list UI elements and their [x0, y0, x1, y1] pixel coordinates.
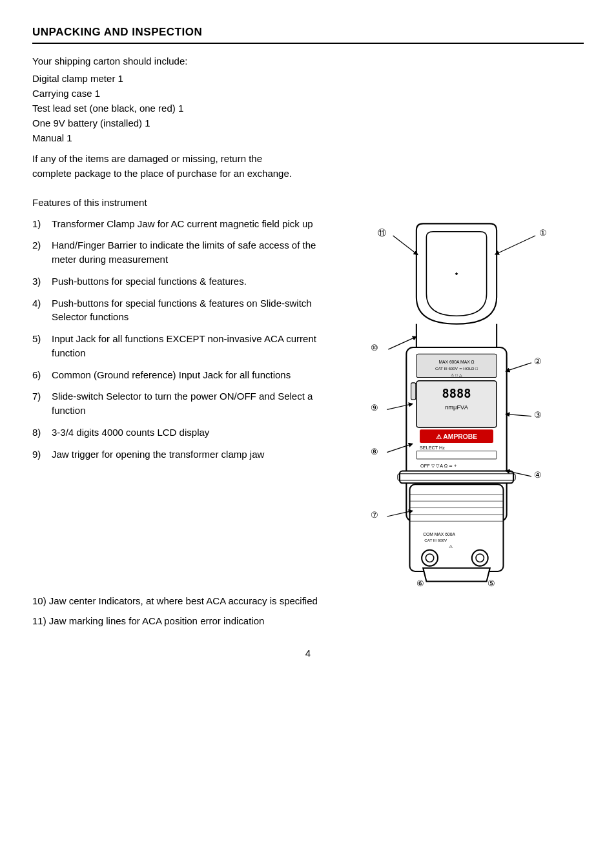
svg-text:②: ② — [534, 356, 542, 365]
svg-text:nmμFVA: nmμFVA — [445, 404, 469, 411]
bottom-features: 10) Jaw center Indicators, at where best… — [32, 594, 584, 629]
svg-text:⑤: ⑤ — [488, 578, 495, 588]
svg-text:③: ③ — [534, 409, 542, 419]
svg-line-38 — [393, 236, 416, 254]
svg-text:⚠ □   △: ⚠ □ △ — [451, 372, 462, 376]
checklist-item-1: Digital clamp meter 1 — [32, 73, 584, 84]
svg-point-31 — [422, 549, 438, 566]
svg-text:⑪: ⑪ — [378, 228, 386, 238]
feature-2: 2) Hand/Finger Barrier to indicate the l… — [32, 238, 329, 267]
svg-text:⑨: ⑨ — [371, 403, 378, 413]
svg-rect-18 — [411, 382, 416, 399]
svg-text:8888: 8888 — [442, 386, 471, 400]
svg-line-46 — [508, 414, 531, 416]
features-heading: Features of this instrument — [32, 197, 584, 208]
svg-text:CAT III 600V: CAT III 600V — [424, 538, 447, 542]
checklist: Digital clamp meter 1 Carrying case 1 Te… — [32, 73, 584, 143]
svg-text:⑩: ⑩ — [371, 343, 378, 353]
feature-6: 6) Common (Ground reference) Input Jack … — [32, 368, 329, 382]
device-diagram-container: 8888 nmμFVA ⚠ AMPROBE MAX 600A MAX Ω CAT… — [329, 217, 584, 591]
intro-text: Your shipping carton should include: — [32, 56, 584, 67]
svg-text:MAX 600A  MAX Ω: MAX 600A MAX Ω — [438, 359, 474, 363]
svg-text:⚠: ⚠ — [449, 543, 453, 549]
checklist-item-2: Carrying case 1 — [32, 88, 584, 99]
feature-8: 8) 3-3/4 digits 4000 counts LCD display — [32, 425, 329, 440]
page-number: 4 — [32, 648, 584, 659]
checklist-item-3: Test lead set (one black, one red) 1 — [32, 103, 584, 114]
bottom-feature-11: 11) Jaw marking lines for ACA position e… — [32, 614, 584, 628]
feature-7: 7) Slide-switch Selector to turn the pow… — [32, 389, 329, 418]
svg-line-42 — [508, 362, 531, 370]
svg-text:⚠ AMPROBE: ⚠ AMPROBE — [436, 433, 477, 440]
feature-1: 1) Transformer Clamp Jaw for AC current … — [32, 217, 329, 231]
feature-5: 5) Input Jack for all functions EXCEPT n… — [32, 332, 329, 360]
svg-line-36 — [497, 236, 535, 254]
feature-3: 3) Push-buttons for special functions & … — [32, 274, 329, 289]
features-list: 1) Transformer Clamp Jaw for AC current … — [32, 217, 329, 462]
checklist-item-4: One 9V battery (installed) 1 — [32, 118, 584, 128]
bottom-feature-10: 10) Jaw center Indicators, at where best… — [32, 594, 584, 608]
feature-9: 9) Jaw trigger for opening the transform… — [32, 447, 329, 462]
svg-text:⑧: ⑧ — [371, 446, 378, 456]
svg-text:OFF ▽ ▽ A  Ω ≃ +: OFF ▽ ▽ A Ω ≃ + — [420, 463, 457, 469]
svg-text:CAT III 600V ≃   HOLD □: CAT III 600V ≃ HOLD □ — [435, 366, 478, 371]
damage-note: If any of the items are damaged or missi… — [32, 151, 303, 181]
svg-text:COM    MAX 600A: COM MAX 600A — [423, 532, 455, 537]
svg-text:SELECT        Hz: SELECT Hz — [420, 445, 445, 451]
svg-text:⑥: ⑥ — [416, 578, 424, 588]
checklist-item-5: Manual 1 — [32, 132, 584, 143]
device-diagram: 8888 nmμFVA ⚠ AMPROBE MAX 600A MAX Ω CAT… — [353, 217, 560, 591]
svg-text:④: ④ — [534, 469, 542, 479]
svg-text:⑦: ⑦ — [371, 510, 378, 520]
svg-rect-7 — [400, 471, 513, 483]
svg-point-33 — [472, 549, 488, 566]
page-title: UNPACKING AND INSPECTION — [32, 26, 584, 44]
svg-text:①: ① — [539, 228, 547, 238]
feature-4: 4) Push-buttons for special functions & … — [32, 296, 329, 325]
